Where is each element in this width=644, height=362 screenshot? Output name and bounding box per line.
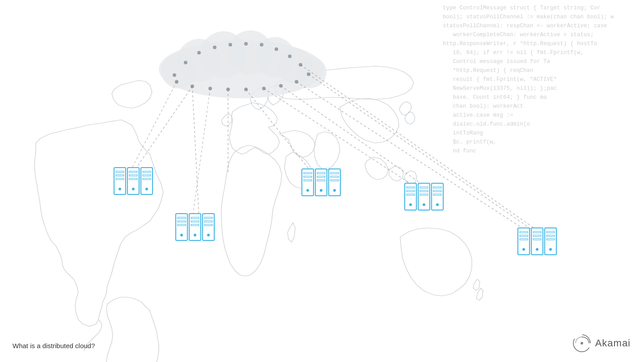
svg-point-96 [536,248,538,251]
svg-point-13 [244,42,248,46]
svg-point-16 [288,55,292,58]
connection-line-eu2 [246,89,313,174]
world-map-svg [0,0,644,362]
svg-point-12 [229,43,232,46]
svg-point-46 [180,234,183,236]
akamai-logo: Akamai [572,333,631,353]
svg-point-66 [320,189,322,192]
svg-point-103 [580,342,583,345]
server-cluster-europe [302,169,340,196]
svg-point-86 [436,203,439,206]
page-title: What is a distributed cloud? [13,342,95,349]
svg-point-56 [207,234,210,236]
svg-point-14 [260,43,263,46]
server-cluster-latin-america [176,214,214,240]
connection-line-na2 [127,82,177,177]
svg-point-101 [549,248,552,251]
cloud-shape [159,30,326,98]
svg-point-7 [295,57,326,88]
svg-point-9 [184,61,187,64]
connection-line-na [132,86,192,174]
svg-point-71 [333,189,336,192]
server-cluster-middle-east [405,183,443,210]
server-cluster-asia-pacific [518,228,556,255]
svg-point-41 [145,188,148,190]
server-cluster-north-america [114,168,153,194]
akamai-logo-icon [572,333,592,353]
connection-line-la [192,86,199,219]
svg-point-10 [197,51,201,55]
svg-point-61 [306,189,309,192]
page-title-text: What is a distributed cloud? [13,342,95,349]
akamai-logo-text: Akamai [595,337,631,349]
svg-point-76 [409,203,412,206]
svg-point-11 [213,46,216,49]
svg-point-51 [194,234,196,236]
svg-point-91 [522,248,525,251]
connection-line-la2 [192,88,210,219]
svg-point-81 [423,203,425,206]
svg-point-36 [132,188,135,190]
svg-point-8 [173,73,176,77]
svg-point-15 [275,47,278,51]
svg-point-31 [119,188,121,190]
